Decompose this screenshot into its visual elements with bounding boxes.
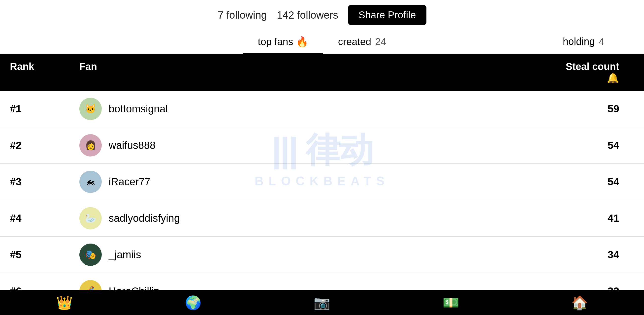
table-row[interactable]: #1 🐱 bottomsignal 59	[0, 91, 644, 127]
fan-avatar: 🎭	[80, 244, 102, 266]
fan-avatar-emoji: 🎭	[85, 250, 96, 260]
fan-name: _jamiis	[109, 249, 141, 261]
row-fan: 🏍 iRacer77	[80, 171, 560, 193]
nav-crown-icon[interactable]: 👑	[56, 295, 73, 310]
following-stat: 7 following	[218, 9, 267, 21]
nav-home-icon[interactable]: 🏠	[571, 295, 588, 310]
row-fan: 🦢 sadlyoddisfying	[80, 207, 560, 230]
row-steal-count: 59	[560, 103, 634, 115]
fan-avatar: 🦢	[80, 207, 102, 230]
row-rank: #1	[10, 103, 80, 115]
row-rank: #4	[10, 212, 80, 224]
row-rank: #2	[10, 140, 80, 151]
fan-avatar-emoji: 👩	[85, 140, 96, 150]
tabs-row: top fans 🔥 created 24 holding 4	[0, 31, 644, 54]
row-fan: 👩 waifus888	[80, 134, 560, 156]
header-fan: Fan	[80, 61, 560, 84]
row-steal-count: 54	[560, 140, 634, 151]
table-row[interactable]: #4 🦢 sadlyoddisfying 41	[0, 200, 644, 236]
table-row[interactable]: #5 🎭 _jamiis 34	[0, 236, 644, 273]
fan-avatar: 👩	[80, 134, 102, 156]
nav-globe-icon[interactable]: 🌍	[185, 295, 202, 310]
fan-name: iRacer77	[109, 176, 150, 188]
fan-avatar: 🏍	[80, 171, 102, 193]
row-fan: 🐱 bottomsignal	[80, 98, 560, 120]
nav-money-icon[interactable]: 💵	[442, 295, 459, 310]
fans-table: Rank Fan Steal count 🔔 #1 🐱 bottomsignal…	[0, 54, 644, 315]
fan-name: bottomsignal	[109, 103, 168, 115]
fan-avatar-emoji: 🐱	[85, 104, 96, 114]
profile-header: 7 following 142 followers Share Profile	[0, 0, 644, 31]
table-row[interactable]: #3 🏍 iRacer77 54	[0, 164, 644, 200]
tab-top-fans-label: top fans 🔥	[258, 36, 308, 48]
tab-created-count: 24	[375, 36, 386, 47]
tab-top-fans[interactable]: top fans 🔥	[243, 31, 323, 54]
tab-created-label: created	[338, 36, 371, 47]
row-steal-count: 34	[560, 249, 634, 261]
nav-camera-icon[interactable]: 📷	[314, 295, 330, 310]
share-profile-button[interactable]: Share Profile	[348, 5, 426, 25]
table-header: Rank Fan Steal count 🔔	[0, 54, 644, 91]
row-fan: 🎭 _jamiis	[80, 244, 560, 266]
row-rank: #3	[10, 176, 80, 188]
header-rank: Rank	[10, 61, 80, 84]
row-steal-count: 41	[560, 212, 634, 224]
row-rank: #5	[10, 249, 80, 261]
tab-created[interactable]: created 24	[323, 31, 401, 54]
tab-holding-count: 4	[599, 36, 604, 47]
table-body: #1 🐱 bottomsignal 59 #2 👩 waifus888 54 #…	[0, 91, 644, 315]
tab-holding-label: holding	[563, 36, 595, 47]
fan-name: sadlyoddisfying	[109, 212, 180, 224]
header-steal: Steal count 🔔	[560, 61, 634, 84]
table-row[interactable]: #2 👩 waifus888 54	[0, 127, 644, 164]
fan-name: waifus888	[109, 140, 156, 151]
row-steal-count: 54	[560, 176, 634, 188]
followers-stat: 142 followers	[277, 9, 338, 21]
bottom-nav: 👑 🌍 📷 💵 🏠	[0, 290, 644, 315]
fan-avatar: 🐱	[80, 98, 102, 120]
fan-avatar-emoji: 🏍	[86, 176, 95, 187]
tab-holding[interactable]: holding 4	[548, 31, 619, 53]
fan-avatar-emoji: 🦢	[85, 213, 96, 224]
